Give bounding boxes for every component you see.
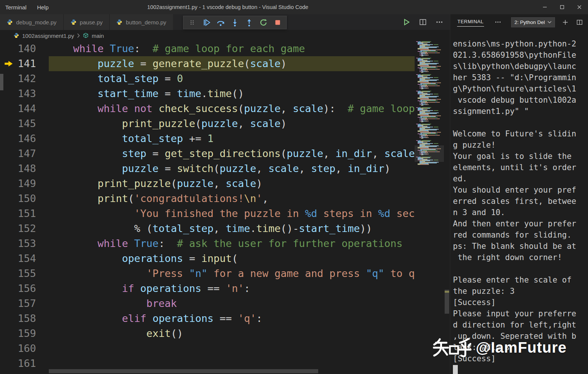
terminal-content[interactable]: ensions\ms-python.python-2021.3.65869195… xyxy=(450,30,588,374)
line-number[interactable]: 155 xyxy=(16,266,36,281)
code-line[interactable]: 146 total_step += 1 xyxy=(0,131,415,146)
glyph-margin[interactable] xyxy=(0,101,16,116)
code-line[interactable]: 147 step = get_step_directions(puzzle, i… xyxy=(0,146,415,161)
glyph-margin[interactable] xyxy=(0,326,16,341)
line-number[interactable]: 159 xyxy=(16,326,36,341)
line-number[interactable]: 145 xyxy=(16,116,36,131)
terminal-tab[interactable]: TERMINAL xyxy=(457,18,484,27)
code-line[interactable]: 141 puzzle = generate_puzzle(scale) xyxy=(0,56,415,71)
code-line[interactable]: 158 elif operations == 'q': xyxy=(0,311,415,326)
line-number[interactable]: 157 xyxy=(16,296,36,311)
close-button[interactable] xyxy=(571,0,588,14)
code-line[interactable]: 145 print_puzzle(puzzle, scale) xyxy=(0,116,415,131)
glyph-margin[interactable] xyxy=(0,191,16,206)
code-line[interactable]: 150 print('congradtulations!\n', xyxy=(0,191,415,206)
stop-icon xyxy=(274,18,282,27)
glyph-margin[interactable] xyxy=(0,176,16,191)
minimize-button[interactable] xyxy=(536,0,553,14)
line-number[interactable]: 140 xyxy=(16,41,36,56)
code-line[interactable]: 157 break xyxy=(0,296,415,311)
code-line[interactable]: 142 total_step = 0 xyxy=(0,71,415,86)
code-line[interactable]: 151 'You finished the puzzle in %d steps… xyxy=(0,206,415,221)
line-number[interactable]: 141 xyxy=(16,56,36,71)
line-number[interactable]: 153 xyxy=(16,236,36,251)
code-line[interactable]: 143 start_time = time.time() xyxy=(0,86,415,101)
code-line[interactable]: 140 while True: # game loop for each gam… xyxy=(0,41,415,56)
breadcrumb-file[interactable]: 1002assignment1.py xyxy=(22,33,74,39)
glyph-margin[interactable] xyxy=(0,161,16,176)
line-number[interactable]: 152 xyxy=(16,221,36,236)
line-number[interactable]: 160 xyxy=(16,341,36,356)
glyph-margin[interactable] xyxy=(0,251,16,266)
minimap-slider[interactable] xyxy=(415,145,444,162)
glyph-margin[interactable] xyxy=(0,116,16,131)
code-line[interactable]: 144 while not check_success(puzzle, scal… xyxy=(0,101,415,116)
debug-restart-button[interactable] xyxy=(257,17,270,28)
glyph-margin[interactable] xyxy=(0,206,16,221)
line-number[interactable]: 146 xyxy=(16,131,36,146)
code-line[interactable]: 154 operations = input( xyxy=(0,251,415,266)
minimap[interactable] xyxy=(415,41,444,166)
vertical-scrollbar[interactable] xyxy=(444,41,450,374)
debug-step-over-button[interactable] xyxy=(214,17,227,28)
code-line[interactable]: 155 'Press "n" for a new game and press … xyxy=(0,266,415,281)
line-number[interactable]: 147 xyxy=(16,146,36,161)
line-number[interactable]: 154 xyxy=(16,251,36,266)
tab-pause[interactable]: pause.py xyxy=(64,14,110,30)
tab-debug-mode[interactable]: debug_mode.py xyxy=(0,14,64,30)
code-area[interactable]: 140 while True: # game loop for each gam… xyxy=(0,41,415,374)
menu-help[interactable]: Help xyxy=(32,0,54,14)
glyph-margin[interactable] xyxy=(0,146,16,161)
line-number[interactable]: 150 xyxy=(16,191,36,206)
code-text: print_puzzle(puzzle, scale) xyxy=(49,116,415,131)
glyph-margin[interactable] xyxy=(0,356,16,371)
more-actions-button[interactable] xyxy=(435,18,444,27)
code-line[interactable]: 149 print_puzzle(puzzle, scale) xyxy=(0,176,415,191)
vertical-scrollbar-thumb[interactable] xyxy=(445,290,449,314)
panel-more-actions-button[interactable] xyxy=(494,18,502,26)
code-text: while True: # ask the user for further o… xyxy=(49,236,415,251)
split-terminal-button[interactable] xyxy=(575,18,583,26)
debug-continue-button[interactable] xyxy=(200,17,213,28)
code-line[interactable]: 148 puzzle = switch(puzzle, scale, step,… xyxy=(0,161,415,176)
menu-terminal[interactable]: Terminal xyxy=(0,0,32,14)
line-number[interactable]: 161 xyxy=(16,356,36,371)
breadcrumb-symbol[interactable]: main xyxy=(92,33,104,39)
glyph-margin[interactable] xyxy=(0,311,16,326)
code-text: operations = input( xyxy=(49,251,415,266)
glyph-margin[interactable] xyxy=(0,266,16,281)
new-terminal-button[interactable] xyxy=(561,18,569,26)
line-number[interactable]: 148 xyxy=(16,161,36,176)
glyph-margin[interactable] xyxy=(0,281,16,296)
glyph-margin[interactable] xyxy=(0,221,16,236)
line-number[interactable]: 142 xyxy=(16,71,36,86)
code-line[interactable]: 160 xyxy=(0,341,415,356)
line-number[interactable]: 158 xyxy=(16,311,36,326)
line-number[interactable]: 156 xyxy=(16,281,36,296)
debug-current-line-arrow[interactable] xyxy=(0,56,16,71)
debug-step-out-button[interactable] xyxy=(243,17,256,28)
glyph-margin[interactable] xyxy=(0,296,16,311)
code-line[interactable]: 156 if operations == 'n': xyxy=(0,281,415,296)
glyph-margin[interactable] xyxy=(0,341,16,356)
code-line[interactable]: 159 exit() xyxy=(0,326,415,341)
line-number[interactable]: 143 xyxy=(16,86,36,101)
code-line[interactable]: 153 while True: # ask the user for furth… xyxy=(0,236,415,251)
run-python-file-button[interactable] xyxy=(402,18,411,27)
code-line[interactable]: 161 xyxy=(0,356,415,371)
line-number[interactable]: 149 xyxy=(16,176,36,191)
glyph-margin[interactable] xyxy=(0,41,16,56)
code-line[interactable]: 152 % (total_step, time.time()-start_tim… xyxy=(0,221,415,236)
tab-button-demo[interactable]: button_demo.py xyxy=(110,14,173,30)
line-number[interactable]: 144 xyxy=(16,101,36,116)
glyph-margin[interactable] xyxy=(0,131,16,146)
maximize-button[interactable] xyxy=(553,0,571,14)
glyph-margin[interactable] xyxy=(0,236,16,251)
horizontal-scrollbar[interactable] xyxy=(49,369,318,373)
debug-stop-button[interactable] xyxy=(271,17,284,28)
debug-step-into-button[interactable] xyxy=(229,17,241,28)
line-number[interactable]: 151 xyxy=(16,206,36,221)
split-editor-button[interactable] xyxy=(418,18,427,27)
terminal-selector-dropdown[interactable]: 2: Python Del xyxy=(511,17,555,27)
toolbar-drag-handle[interactable] xyxy=(186,17,199,28)
